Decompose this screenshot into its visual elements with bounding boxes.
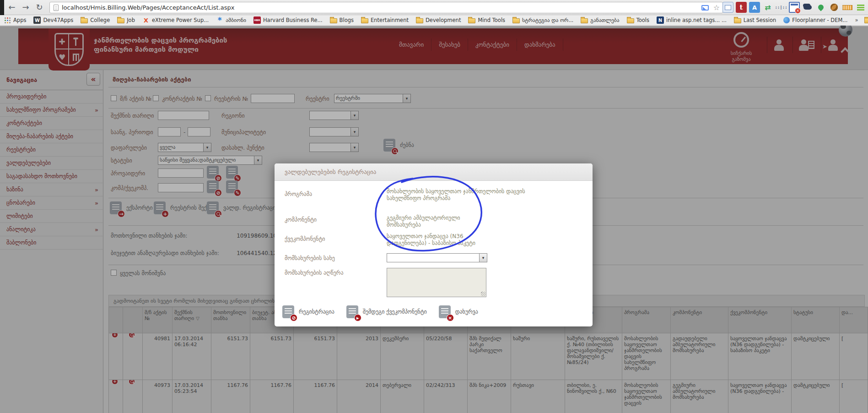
folder-icon: [627, 18, 634, 23]
translate-icon[interactable]: A: [749, 2, 760, 13]
bookmark-label: Dev47Apps: [43, 17, 73, 23]
dropdown-arrow-icon: ▾: [479, 254, 487, 262]
next-icon: ▸: [346, 305, 358, 318]
bookmark-item[interactable]: College: [81, 16, 110, 24]
close-icon: ×: [439, 305, 451, 318]
back-button[interactable]: ←: [5, 1, 18, 14]
menu-icon[interactable]: [855, 2, 866, 13]
other-bookmarks[interactable]: Other bookmarks: [864, 17, 868, 23]
page-icon: [54, 5, 59, 11]
tumblr-icon[interactable]: t: [736, 2, 747, 13]
bookmark-label: eXtreme Power Sup...: [152, 17, 209, 23]
pin-icon[interactable]: [815, 2, 826, 13]
subcomponent-label: ქვეკომპონენტი: [285, 236, 325, 242]
bookmark-label: Development: [426, 17, 461, 23]
folder-icon: [81, 18, 88, 23]
bookmark-star-icon[interactable]: ☆: [713, 4, 720, 11]
obligation-registration-modal: ვალდებულებების რეგისტრაცია პროგრამა მოსა…: [275, 163, 593, 326]
folder-icon: [416, 18, 423, 23]
component-label: კომპონენტი: [285, 217, 317, 223]
bookmarks-overflow-chevron[interactable]: »: [855, 17, 858, 23]
bookmark-label: სტრატეგია და ორ...: [522, 17, 573, 23]
bookmark-label: Harvard Business Re...: [263, 17, 323, 23]
apps-icon: [4, 16, 11, 24]
resize-grip-icon[interactable]: [481, 292, 485, 296]
bookmark-item[interactable]: განათლება: [581, 16, 619, 24]
cast-icon[interactable]: [701, 5, 709, 11]
bookmark-item[interactable]: Tools: [627, 16, 649, 24]
bookmark-item[interactable]: Apps: [4, 16, 26, 24]
hbr-icon: HBR: [253, 16, 261, 24]
bookmark-item[interactable]: Entertainment: [361, 16, 409, 24]
bookmark-label: განათლება: [590, 17, 619, 23]
service-type-select[interactable]: ▾: [387, 253, 487, 262]
service-description-textarea[interactable]: [387, 268, 486, 297]
dots-icon[interactable]: ::|::: [776, 2, 787, 13]
bookmarks-bar: Apps W Dev47Apps College Job: [0, 15, 868, 26]
program-value: მოსახლეობის საყოველთაო ჯანმრთელობის დაცვ…: [387, 188, 528, 202]
subcomponent-value: საყოველთაო ჯანდაცვა (N36 დადგენილება) - …: [387, 233, 492, 247]
bookmark-item[interactable]: X eXtreme Power Sup...: [142, 16, 209, 24]
w-icon: W: [33, 16, 41, 24]
service-desc-label: მომსახურების აღწერა: [285, 270, 344, 276]
folder-icon: [581, 18, 588, 23]
folder-icon: [330, 18, 337, 23]
next-subcomponent-button[interactable]: ▸ შემდეგი ქვეკომპონენტი: [346, 305, 427, 318]
browser-toolbar: ← → ↻ localhost/Hmis.Billing.Web/Pages/A…: [0, 0, 868, 15]
bookmark-item[interactable]: Floorplanner - DEM...: [783, 16, 847, 24]
bookmark-item[interactable]: N inline asp.net tags... ...: [657, 16, 727, 24]
program-label: პროგრამა: [285, 191, 312, 197]
screen: { "colors": { "accent_red": "#8b0f12", "…: [0, 0, 868, 413]
forward-button[interactable]: →: [19, 1, 32, 14]
modal-title: ვალდებულებების რეგისტრაცია: [275, 163, 593, 181]
bookmark-label: ამბიონი: [226, 17, 246, 23]
register-icon: ⊘: [282, 305, 294, 318]
x-icon: X: [142, 16, 150, 24]
modal-footer: ⊘ რეგისტრაცია ▸ შემდეგი ქვეკომპონენტი × …: [282, 305, 478, 318]
register-button[interactable]: ⊘ რეგისტრაცია: [282, 305, 334, 318]
component-value: გეგმიური ამბულატორიული მომსახურება: [387, 215, 487, 228]
calendar-icon[interactable]: [789, 2, 800, 13]
star-blue-icon: *: [216, 16, 223, 24]
sync-arrows-icon[interactable]: ⇄: [762, 2, 773, 13]
folder-icon: [512, 18, 520, 23]
service-type-label: მომსახურების სახე: [285, 255, 335, 261]
bookmark-label: College: [90, 17, 110, 23]
extensions-row: t A ⇄ ::|::: [722, 2, 866, 14]
bookmark-item[interactable]: * ამბიონი: [216, 16, 246, 24]
bookmark-item[interactable]: Development: [416, 16, 461, 24]
folder-icon: [468, 18, 475, 23]
folder-icon: [864, 18, 868, 23]
address-bar[interactable]: localhost/Hmis.Billing.Web/Pages/Accepta…: [49, 2, 723, 13]
reload-button[interactable]: ↻: [33, 1, 46, 14]
ruler-icon[interactable]: [842, 2, 853, 13]
window-edge: [0, 0, 4, 15]
bookmark-item[interactable]: Last Session: [734, 16, 776, 24]
cloud-icon[interactable]: [802, 2, 813, 13]
folder-icon: [734, 18, 741, 23]
bookmark-item[interactable]: HBR Harvard Business Re...: [253, 16, 323, 24]
bookmark-label: Job: [127, 17, 135, 23]
folder-icon: [361, 18, 368, 23]
bookmark-label: Apps: [13, 17, 26, 23]
bookmark-item[interactable]: Job: [117, 16, 135, 24]
bookmark-label: Last Session: [744, 17, 776, 23]
bookmark-label: Floorplanner - DEM...: [792, 17, 847, 23]
window-icon[interactable]: [722, 2, 733, 13]
close-button[interactable]: × დახურვა: [439, 305, 478, 318]
cookie-icon[interactable]: [829, 2, 840, 13]
bookmark-label: Tools: [636, 17, 649, 23]
n-icon: N: [657, 16, 664, 24]
bookmark-label: Blogs: [340, 17, 354, 23]
bookmark-item[interactable]: W Dev47Apps: [33, 16, 73, 24]
bookmark-item[interactable]: სტრატეგია და ორ...: [512, 16, 573, 24]
url-text[interactable]: localhost/Hmis.Billing.Web/Pages/Accepta…: [62, 4, 701, 11]
bookmark-label: inline asp.net tags... ...: [666, 17, 727, 23]
bookmark-item[interactable]: Mind Tools: [468, 16, 505, 24]
bookmark-item[interactable]: Blogs: [330, 16, 354, 24]
folder-icon: [117, 18, 124, 23]
bookmark-label: Mind Tools: [478, 17, 505, 23]
bookmark-label: Entertainment: [371, 17, 409, 23]
globe-blue-icon: [783, 17, 790, 23]
